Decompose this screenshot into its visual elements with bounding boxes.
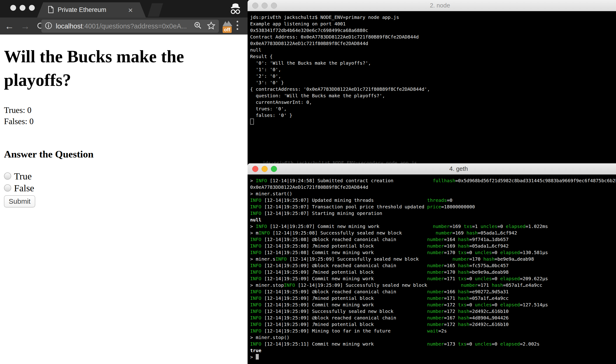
geth-window-title: 4. geth xyxy=(449,165,468,172)
url-bar[interactable]: localhost:4001/questions?address=0x0eA..… xyxy=(41,20,219,33)
zoom-window-button[interactable] xyxy=(271,2,277,9)
tab-private-ethereum[interactable]: Private Ethereum × xyxy=(37,2,146,17)
url-text[interactable]: localhost:4001/questions?address=0x0eA..… xyxy=(56,22,194,30)
terminal-line: '0': 'Will the Bucks make the playoffs?'… xyxy=(250,60,616,66)
answer-heading: Answer the Question xyxy=(4,148,248,160)
terminal-line: 0x0eA7783DD8122AeD1c721f80B89f8Cfe2DAD84… xyxy=(250,40,616,47)
node-terminal-output[interactable]: jds:privEth jackschultz$ NODE_ENV=primar… xyxy=(248,11,616,160)
radio-true[interactable] xyxy=(4,172,11,180)
minimize-window-button[interactable] xyxy=(20,5,26,11)
minimize-window-button[interactable] xyxy=(262,2,268,9)
true-option-row: True xyxy=(4,170,248,182)
terminal-line: INFO [12-14|19:25:09] Commit new mining … xyxy=(250,275,616,282)
terminal-line: INFO [12-14|19:25:08] block reached cano… xyxy=(250,236,616,243)
terminal-line: null xyxy=(250,217,616,223)
bookmark-star-icon[interactable] xyxy=(207,21,216,31)
terminal-line: INFO [12-14|19:25:08] Commit new mining … xyxy=(250,249,616,256)
incognito-icon xyxy=(229,3,242,16)
window-controls xyxy=(10,5,35,11)
browser-toolbar: ← → localhost:4001/questions?address=0x0… xyxy=(0,17,248,35)
terminal-line: INFO [12-14|19:25:09] Commit new mining … xyxy=(250,301,616,308)
background-terminal-sliver: jds:privEth jackschultz$ NODE_ENV=second… xyxy=(248,159,616,163)
pickaxe-icon xyxy=(312,295,315,301)
terminal-line: > xyxy=(250,354,616,360)
background-terminal-clipped-line: jds:privEth jackschultz$ NODE_ENV=second… xyxy=(262,160,616,163)
radio-false[interactable] xyxy=(4,184,11,192)
terminal-line: > INFO [12-14|19:25:07] Commit new minin… xyxy=(250,223,616,230)
terminal-line: > miner.sINFO [12-14|19:25:09] Successfu… xyxy=(250,256,616,262)
geth-window-controls xyxy=(252,166,277,172)
terminal-cursor xyxy=(256,354,259,360)
close-window-button[interactable] xyxy=(252,166,258,172)
url-host: localhost xyxy=(56,22,82,30)
extension-button[interactable]: off xyxy=(222,20,234,32)
zoom-window-button[interactable] xyxy=(271,166,277,172)
vote-counts: Trues: 0 Falses: 0 xyxy=(4,105,248,127)
tab-close-icon[interactable]: × xyxy=(128,6,133,14)
terminal-line: INFO [12-14|19:25:07] Transaction pool p… xyxy=(250,204,616,210)
node-window-controls xyxy=(252,2,277,9)
terminal-line: Example app listening on port 4001 xyxy=(250,21,616,27)
terminal-line: Result { xyxy=(250,53,616,60)
pickaxe-icon xyxy=(312,243,315,249)
terminal-line: > miner.stop() xyxy=(250,334,616,341)
terminal-line: INFO [12-14|19:25:09] mined potential bl… xyxy=(250,321,616,328)
pickaxe-icon xyxy=(312,321,315,328)
terminal-line: > miner.start() xyxy=(250,190,616,197)
terminal-line: INFO [12-14|19:25:09] block reached cano… xyxy=(250,288,616,295)
submit-button[interactable]: Submit xyxy=(4,195,35,208)
zoom-window-button[interactable] xyxy=(29,5,35,11)
zoom-page-icon[interactable] xyxy=(194,21,203,31)
tab-title: Private Ethereum xyxy=(58,6,128,13)
terminal-line: 0x0eA7783DD8122AeD1c721f80B89f8Cfe2DAD84… xyxy=(250,184,616,190)
close-window-button[interactable] xyxy=(10,5,16,11)
site-info-icon[interactable] xyxy=(45,22,52,31)
web-page: Will the Bucks make the playoffs? Trues:… xyxy=(0,35,248,348)
geth-terminal-window: 4. geth > INFO [12-14|19:24:58] Submitte… xyxy=(248,163,616,364)
terminal-line: INFO [12-14|19:25:08] mined potential bl… xyxy=(250,243,616,249)
geth-terminal-output[interactable]: > INFO [12-14|19:24:58] Submitted contra… xyxy=(248,175,616,364)
terminal-line: INFO [12-14|19:25:09] Mining too far in … xyxy=(250,328,616,334)
terminal-line: > INFO [12-14|19:24:58] Submitted contra… xyxy=(250,177,616,184)
extension-mountain-icon xyxy=(222,20,233,26)
false-option-row: False xyxy=(4,182,248,194)
terminal-line: falses: '0' } xyxy=(250,112,616,118)
terminal-line: true xyxy=(250,347,616,354)
question-heading: Will the Bucks make the playoffs? xyxy=(4,45,221,92)
answer-form: True False Submit xyxy=(4,170,248,208)
terminal-line: INFO [12-14|19:25:09] Successfully seale… xyxy=(250,308,616,314)
terminal-cursor xyxy=(250,118,254,125)
tab-strip: Private Ethereum × xyxy=(0,0,248,17)
radio-false-label: False xyxy=(14,182,34,194)
terminal-line: INFO [12-14|19:25:09] block reached cano… xyxy=(250,262,616,269)
terminal-line: { contractAddress: '0x0eA7783DD8122AeD1c… xyxy=(250,86,616,92)
chain-icon xyxy=(312,236,315,243)
trues-count: Trues: 0 xyxy=(4,105,248,116)
terminal-line: jds:privEth jackschultz$ NODE_ENV=primar… xyxy=(250,14,616,21)
forward-button[interactable]: → xyxy=(21,22,30,31)
chain-icon xyxy=(312,288,315,295)
terminal-line: '2': '0', xyxy=(250,73,616,79)
terminal-line: > miner.stopINFO [12-14|19:25:09] Succes… xyxy=(250,282,616,288)
terminal-line: INFO [12-14|19:25:09] mined potential bl… xyxy=(250,295,616,301)
geth-titlebar: 4. geth xyxy=(248,163,616,175)
terminal-line: 0x538341f72db4b64e320e6c7c698499ca68a688… xyxy=(250,27,616,34)
terminal-line: null xyxy=(250,47,616,53)
terminal-line: INFO [12-14|19:25:07] Starting mining op… xyxy=(250,210,616,217)
node-terminal-window: 2. node jds:privEth jackschultz$ NODE_EN… xyxy=(248,0,616,159)
terminal-line: trues: '0', xyxy=(250,105,616,112)
terminal-line: INFO [12-14|19:25:09] mined potential bl… xyxy=(250,269,616,275)
browser-window: Private Ethereum × ← → localhost:4001/qu… xyxy=(0,0,248,364)
minimize-window-button[interactable] xyxy=(262,166,268,172)
terminal-line: INFO [12-14|19:25:11] Commit new mining … xyxy=(250,341,616,347)
browser-menu-button[interactable] xyxy=(237,21,238,30)
extension-off-badge: off xyxy=(223,26,232,33)
close-window-button[interactable] xyxy=(252,2,258,9)
terminal-line: INFO [12-14|19:25:07] Updated mining thr… xyxy=(250,197,616,204)
new-tab-button[interactable] xyxy=(148,3,163,17)
page-doc-icon xyxy=(48,6,54,14)
node-titlebar: 2. node xyxy=(248,0,616,11)
terminal-line: '1': '0', xyxy=(250,66,616,73)
back-button[interactable]: ← xyxy=(5,22,14,31)
terminal-line: > mINFO [12-14|19:25:08] Successfully se… xyxy=(250,230,616,236)
